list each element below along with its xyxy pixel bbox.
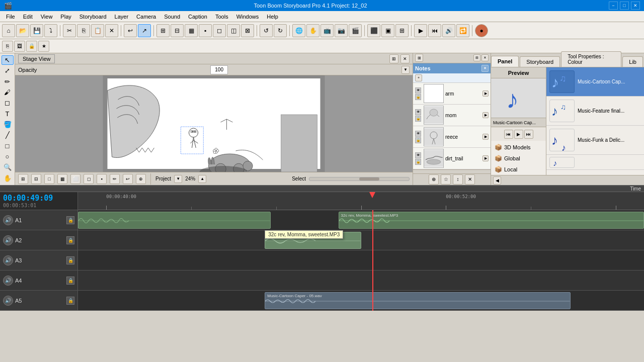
- track-A2-lock[interactable]: 🔒: [66, 236, 74, 244]
- menu-edit[interactable]: Edit: [19, 13, 37, 21]
- tb-color[interactable]: ●: [475, 24, 488, 37]
- layer-row-reece[interactable]: 👁 🔒 reece ▶: [413, 126, 491, 148]
- clip-A5-1[interactable]: Music-Cartoon Caper - 05.wav: [265, 292, 571, 309]
- menu-play[interactable]: Play: [56, 13, 75, 21]
- tb-rotate2[interactable]: ↻: [274, 24, 287, 37]
- sound-item-3[interactable]: ♪ ♪ Music-Funk a Delic...: [546, 126, 644, 155]
- menu-windows[interactable]: Windows: [232, 13, 263, 21]
- tb-rewind[interactable]: ⏮: [428, 24, 441, 37]
- tb-home[interactable]: ⌂: [2, 24, 15, 37]
- zoom-dropdown[interactable]: ▲: [198, 175, 206, 183]
- lib-global[interactable]: 📦 Global: [492, 153, 545, 164]
- tb2-star[interactable]: ★: [38, 41, 49, 52]
- tab-tool-props[interactable]: Tool Properties : Colour: [561, 51, 621, 67]
- track-A3-mute[interactable]: 🔊: [3, 255, 13, 265]
- prev-play[interactable]: ▶: [514, 130, 523, 139]
- tb-world[interactable]: 🌐: [292, 24, 305, 37]
- tab-panel[interactable]: Panel: [491, 56, 519, 67]
- menu-camera[interactable]: Camera: [132, 13, 160, 21]
- track-A5-lock[interactable]: 🔒: [66, 297, 74, 305]
- bottom-tb-redo[interactable]: ↩: [123, 174, 133, 184]
- tb-video[interactable]: 📺: [320, 24, 334, 37]
- bottom-tb1[interactable]: ⊞: [18, 174, 28, 184]
- tb-view3[interactable]: ▦: [185, 24, 198, 37]
- menu-file[interactable]: File: [2, 13, 19, 21]
- menu-sound[interactable]: Sound: [160, 13, 184, 21]
- menu-storyboard[interactable]: Storyboard: [75, 13, 111, 21]
- layer-dirt-vis[interactable]: 👁: [415, 152, 421, 158]
- tb-play[interactable]: ▶: [414, 24, 427, 37]
- minimize-button[interactable]: −: [609, 2, 618, 10]
- sound-item-2[interactable]: ♪ ♫ Music-Feature final...: [546, 97, 644, 126]
- tb-delete[interactable]: ✕: [105, 24, 118, 37]
- track-A3-lock[interactable]: 🔒: [66, 256, 74, 264]
- bottom-tb4[interactable]: ▦: [57, 174, 67, 184]
- tool-zoom[interactable]: 🔍: [2, 162, 14, 172]
- tb-view5[interactable]: ◻: [213, 24, 226, 37]
- track-A1-mute[interactable]: 🔊: [3, 215, 13, 225]
- tb-open[interactable]: 📂: [16, 24, 29, 37]
- tb-view4[interactable]: ▪: [199, 24, 212, 37]
- layer-arm-menu[interactable]: ▶: [482, 90, 489, 97]
- tb-copy[interactable]: ⎘: [77, 24, 90, 37]
- tb2-ref[interactable]: 🖼: [14, 41, 25, 52]
- tool-text[interactable]: T: [2, 109, 14, 119]
- tb-panel1[interactable]: ⬛: [367, 24, 380, 37]
- menu-caption[interactable]: Caption: [184, 13, 211, 21]
- opacity-down[interactable]: ▼: [401, 66, 410, 74]
- clip-A1-2[interactable]: 32c rev, Momma, sweetest.MP3: [339, 212, 645, 229]
- stage-btn-1[interactable]: ⊞: [389, 54, 398, 63]
- tool-rect[interactable]: □: [2, 141, 14, 151]
- bottom-tb7[interactable]: ▪: [97, 174, 107, 184]
- tb-view2[interactable]: ⊟: [171, 24, 184, 37]
- layer-row-mom[interactable]: 👁 🔒 mom ▶: [413, 105, 491, 126]
- stage-close[interactable]: ✕: [400, 54, 410, 63]
- tb2-copy[interactable]: ⎘: [2, 41, 13, 52]
- notes-close[interactable]: ✕: [481, 65, 489, 72]
- layer-add[interactable]: ⊕: [429, 174, 439, 185]
- tb-paste[interactable]: 📋: [91, 24, 104, 37]
- tool-hand[interactable]: ✋: [2, 173, 14, 183]
- menu-layer[interactable]: Layer: [111, 13, 133, 21]
- tab-storyboard[interactable]: Storyboard: [520, 56, 560, 67]
- layer-del[interactable]: ✕: [465, 174, 475, 185]
- layer-scroll[interactable]: [413, 169, 491, 173]
- layer-reece-lock[interactable]: 🔒: [415, 137, 421, 143]
- tab-lib[interactable]: Lib: [622, 56, 643, 67]
- layer-arm-lock[interactable]: 🔒: [415, 94, 421, 100]
- layer-move[interactable]: ↕: [453, 174, 463, 185]
- track-A4-mute[interactable]: 🔊: [3, 276, 13, 286]
- layer-panel-close[interactable]: ✕: [481, 54, 489, 61]
- layer-arm-vis[interactable]: 👁: [415, 87, 421, 94]
- tool-transform[interactable]: ⤢: [2, 66, 14, 75]
- tb-cut[interactable]: ✂: [63, 24, 76, 37]
- bottom-tb6[interactable]: ◻: [84, 174, 94, 184]
- layer-mom-menu[interactable]: ▶: [482, 112, 489, 118]
- tool-pencil[interactable]: ✏: [2, 77, 14, 86]
- track-A5-mute[interactable]: 🔊: [3, 296, 13, 306]
- layer-panel-expand[interactable]: ⊞: [473, 54, 480, 61]
- tool-line[interactable]: ╱: [2, 130, 14, 140]
- menu-tools[interactable]: Tools: [211, 13, 232, 21]
- tb-view6[interactable]: ◫: [227, 24, 240, 37]
- tb-sound[interactable]: 🔊: [442, 24, 455, 37]
- layer-mom-vis[interactable]: 👁: [415, 109, 421, 115]
- tool-ellipse[interactable]: ○: [2, 152, 14, 161]
- tb-cam[interactable]: 📷: [335, 24, 348, 37]
- layer-row-dirt[interactable]: 👁 🔒 dirt_trail ▶: [413, 148, 491, 169]
- tb-rotate1[interactable]: ↺: [260, 24, 273, 37]
- tool-select[interactable]: ↖: [2, 55, 14, 65]
- menu-help[interactable]: Help: [263, 13, 282, 21]
- track-A4-lock[interactable]: 🔒: [66, 277, 74, 285]
- tb-save[interactable]: 💾: [30, 24, 43, 37]
- tb-loop[interactable]: 🔁: [456, 24, 469, 37]
- opacity-input[interactable]: [210, 65, 228, 74]
- maximize-button[interactable]: □: [620, 2, 629, 10]
- right-panel-collapse[interactable]: ◀: [493, 176, 501, 185]
- layer-dirt-menu[interactable]: ▶: [482, 155, 489, 161]
- layer-dirt-lock[interactable]: 🔒: [415, 159, 421, 165]
- tb-undo[interactable]: ↩: [124, 24, 137, 37]
- tb-anim[interactable]: 🎬: [349, 24, 362, 37]
- layer-btn-1[interactable]: ⊞: [415, 54, 423, 62]
- layer-star[interactable]: ☆: [441, 174, 451, 185]
